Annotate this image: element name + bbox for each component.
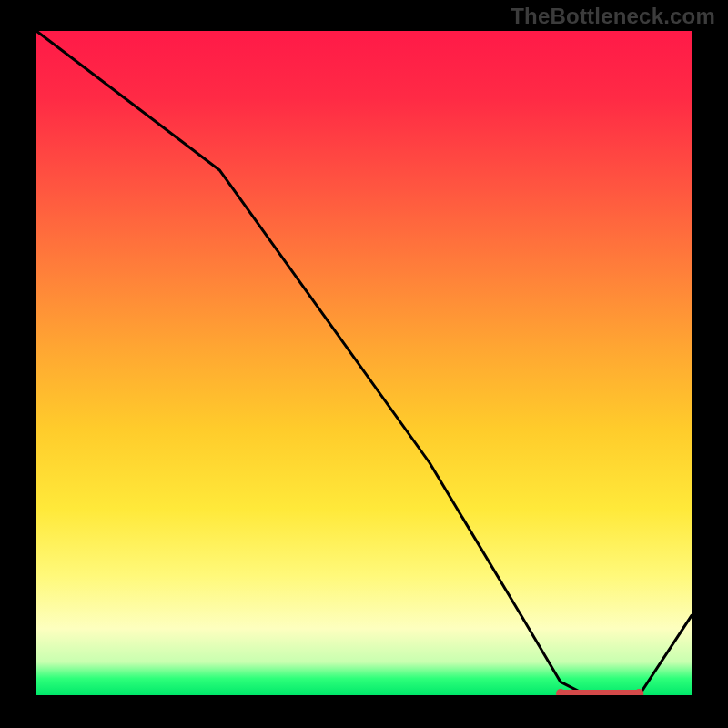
- optimal-range-marker: [561, 690, 639, 695]
- chart-overlay: [36, 31, 692, 695]
- chart-frame: TheBottleneck.com: [0, 0, 728, 728]
- watermark-text: TheBottleneck.com: [511, 4, 715, 29]
- bottleneck-line: [36, 31, 692, 695]
- plot-area: [36, 31, 692, 695]
